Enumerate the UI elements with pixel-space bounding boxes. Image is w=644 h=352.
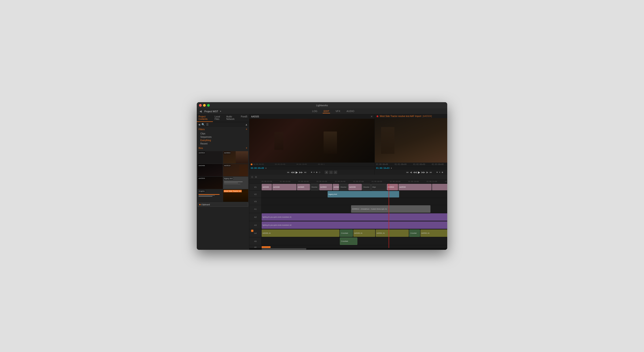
- tab-audio-network[interactable]: Audio Network: [224, 114, 239, 122]
- ctrl-insert[interactable]: ⊞: [325, 171, 328, 174]
- clip-item-graphic[interactable]: Graphic: [198, 190, 223, 202]
- prog-ctrl-mark-in[interactable]: ●: [439, 171, 440, 173]
- clip-a4-aa5530[interactable]: AA5530, A1: [420, 230, 447, 237]
- prog-ctrl-mark-out[interactable]: ◆: [442, 171, 443, 173]
- tab-local-files[interactable]: Local Files: [213, 114, 224, 122]
- clip-wipe[interactable]: Wipe: [371, 184, 386, 190]
- tab-pond5[interactable]: Pond5: [239, 114, 249, 122]
- ctrl-replace[interactable]: ⊟: [334, 171, 337, 174]
- clip-a4-aa5498[interactable]: AA5498, A1: [353, 230, 375, 237]
- scroll-up-icon[interactable]: ▲: [245, 123, 248, 126]
- project-dropdown-icon[interactable]: ▾: [220, 110, 221, 112]
- clip-aa5685[interactable]: AA5685: [297, 184, 310, 190]
- clip-aa5493[interactable]: AA5493: [262, 184, 272, 190]
- bins-add-button[interactable]: +: [246, 146, 247, 150]
- nav-log[interactable]: LOG: [311, 109, 318, 114]
- nav-audio[interactable]: AUDIO: [346, 109, 355, 114]
- clip-a4-aa5504[interactable]: AA5504, A1: [376, 230, 409, 237]
- prog-ctrl-play[interactable]: ▶: [418, 171, 420, 174]
- source-viewer-header: AA5505 ✕: [249, 114, 374, 119]
- track-content-a2[interactable]: fighting-for-you-quinn-erwin-musicbed, A…: [262, 213, 447, 221]
- ctrl-mark-out[interactable]: ◆: [316, 171, 318, 173]
- track-content-a8[interactable]: [262, 245, 447, 248]
- clip-aa5496[interactable]: AA5496: [272, 184, 296, 190]
- filter-everything[interactable]: Everything: [197, 139, 249, 142]
- filters-add-button[interactable]: +: [246, 128, 247, 131]
- clip-dissolve-3[interactable]: Dissolve: [362, 184, 371, 190]
- back-icon[interactable]: ◀: [198, 123, 200, 126]
- prog-ctrl-prev-frame[interactable]: ◀◀: [413, 171, 416, 174]
- program-timecode-dropdown[interactable]: ▾: [391, 167, 392, 169]
- ctrl-skip-end[interactable]: ⏭: [304, 171, 306, 174]
- ctrl-mark-in[interactable]: ●: [314, 171, 314, 173]
- program-timecode-bar: 01:00:10+03 ▾: [375, 166, 447, 170]
- clip-a5-crossfade[interactable]: Crossfade: [340, 238, 357, 245]
- clip-a4-crossfade2[interactable]: Crossfad: [409, 230, 420, 237]
- tab-project-contents[interactable]: Project Contents: [197, 114, 213, 122]
- search-icon[interactable]: 🔍: [202, 123, 205, 126]
- filter-recent[interactable]: Recent: [197, 142, 249, 145]
- track-content-a4[interactable]: AA5496, A1 Crossfade AA5498, A1 AA5504, …: [262, 229, 447, 237]
- source-in-point: [251, 164, 252, 165]
- track-label-a5: A5: [249, 237, 262, 245]
- source-viewer-close[interactable]: ✕: [370, 115, 373, 118]
- clip-item-aa5504[interactable]: AA5504: [198, 151, 223, 164]
- clip-item-aa5496[interactable]: AA5496: [198, 164, 223, 176]
- clip-item-aa5518[interactable]: AA5518: [223, 164, 248, 176]
- filter-clips[interactable]: Clips: [197, 132, 249, 135]
- track-a1: A1 ZD595614 - chriskalhoon - Custom Demo…: [249, 205, 447, 213]
- track-content-a3[interactable]: fighting-for-you-quinn-erwin-musicbed, A…: [262, 221, 447, 229]
- view-icon[interactable]: ☰: [206, 123, 209, 126]
- clip-a1-zd1[interactable]: ZD595614 - chriskalhoon - Custom Demo.mp…: [351, 205, 430, 213]
- back-button[interactable]: ◀: [200, 110, 202, 113]
- clip-item-west-side[interactable]: West Side Tractor res: [223, 190, 248, 202]
- clip-legacy-text[interactable]: legacy text: [328, 191, 399, 198]
- source-timecode-dropdown[interactable]: ▾: [266, 167, 266, 169]
- filter-sequences[interactable]: Sequences: [197, 135, 249, 139]
- prog-ctrl-prev[interactable]: ◀: [410, 171, 412, 174]
- ctrl-prev-frame[interactable]: ◀◀: [291, 171, 294, 174]
- ctrl-sync[interactable]: ◇: [319, 171, 320, 173]
- track-content-a1[interactable]: ZD595614 - chriskalhoon - Custom Demo.mp…: [262, 205, 447, 213]
- clip-a3-fighting[interactable]: fighting-for-you-quinn-erwin-musicbed, A…: [262, 222, 447, 229]
- clip-aa5530[interactable]: AA5530: [398, 184, 432, 190]
- track-content-a5[interactable]: Crossfade: [262, 237, 447, 245]
- tl-magnet-icon[interactable]: ⊙: [251, 176, 253, 178]
- prog-ctrl-skip-end[interactable]: ⏭: [430, 171, 432, 174]
- clip-aa5498[interactable]: AA5498: [348, 184, 362, 190]
- prog-ctrl-next-frame[interactable]: ▶▶: [422, 171, 425, 174]
- clip-item-aa5683[interactable]: AA5683: [223, 151, 248, 164]
- track-content-v2[interactable]: legacy text AA5509 AA5508: [262, 191, 447, 198]
- clipboard-item[interactable]: Clipboard: [198, 202, 248, 207]
- ctrl-next-frame[interactable]: ▶▶: [299, 171, 303, 174]
- nav-edit[interactable]: EDIT: [323, 109, 330, 114]
- clip-dissolve-1[interactable]: Dissolve: [310, 184, 319, 190]
- clip-aa5683[interactable]: AA5683: [319, 184, 332, 190]
- nav-vfx[interactable]: VFX: [334, 109, 341, 114]
- prog-ctrl-stop[interactable]: ■: [436, 171, 438, 173]
- clip-item-legacy-text[interactable]: legacy text: [223, 177, 248, 189]
- clip-a2-fighting[interactable]: fighting-for-you-quinn-erwin-musicbed, A…: [262, 213, 447, 221]
- ctrl-skip-start[interactable]: ⏮: [287, 171, 289, 174]
- close-button[interactable]: [199, 104, 202, 107]
- clip-a4-aa5496[interactable]: AA5496, A1: [262, 230, 340, 237]
- clip-aa568[interactable]: AA568: [333, 184, 339, 190]
- track-content-v3[interactable]: [262, 198, 447, 205]
- tl-mark-3: 01:00:05+00: [317, 181, 335, 182]
- timeline-scrollbar[interactable]: [249, 248, 447, 250]
- ctrl-play[interactable]: ▶: [296, 171, 298, 174]
- clip-v1-ext[interactable]: [432, 184, 447, 190]
- minimize-button[interactable]: [203, 104, 206, 107]
- clip-item-aa5509[interactable]: AA5509: [198, 177, 223, 189]
- ctrl-overwrite[interactable]: ⊡: [330, 171, 332, 174]
- track-content-v1[interactable]: AA5493 AA5496 AA5685 Dissolve AA5683 AA5…: [262, 184, 447, 190]
- timeline-scroll-thumb[interactable]: [262, 248, 306, 250]
- prog-ctrl-skip-start[interactable]: ⏮: [406, 171, 408, 174]
- maximize-button[interactable]: [207, 104, 210, 107]
- tl-snap-icon[interactable]: ⊚: [255, 176, 257, 178]
- clip-a4-crossfade1[interactable]: Crossfade: [340, 230, 353, 237]
- ctrl-in-out[interactable]: ■: [311, 171, 312, 173]
- clip-dissolve-2[interactable]: Dissolve: [340, 184, 348, 190]
- clip-aa5504[interactable]: AA5504: [387, 184, 398, 190]
- prog-ctrl-next[interactable]: ▶: [426, 171, 428, 174]
